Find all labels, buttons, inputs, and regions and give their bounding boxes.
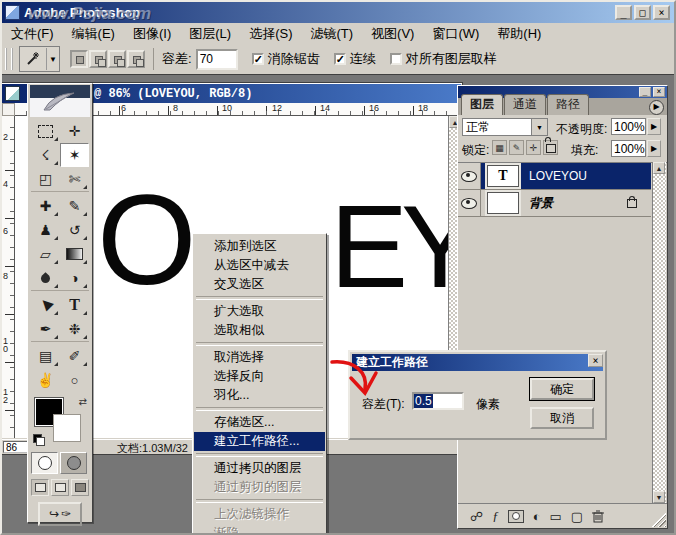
new-layer-icon[interactable]: ▢ bbox=[571, 509, 583, 524]
visibility-cell[interactable] bbox=[458, 190, 481, 216]
eraser-tool[interactable]: ▱ bbox=[31, 242, 60, 266]
current-tool-button[interactable]: ▼ bbox=[19, 46, 60, 72]
contiguous-checkbox[interactable]: ✓ bbox=[334, 53, 346, 65]
brush-tool[interactable]: ✎ bbox=[60, 194, 89, 218]
panel-minimize-icon[interactable]: _ bbox=[639, 87, 651, 97]
panel-scrollbar[interactable]: ▲ ▼ bbox=[652, 162, 666, 503]
scroll-up-icon[interactable]: ▲ bbox=[653, 162, 665, 174]
ok-button[interactable]: 确定 bbox=[530, 378, 594, 400]
blend-mode-select[interactable]: 正常 ▼ bbox=[462, 118, 548, 136]
panel-resize-grip[interactable] bbox=[652, 513, 666, 527]
blend-dropdown-icon[interactable]: ▼ bbox=[531, 119, 547, 135]
layer-thumbnail[interactable] bbox=[487, 192, 519, 214]
healing-brush-tool[interactable]: ✚ bbox=[31, 194, 60, 218]
menu-select[interactable]: 选择(S) bbox=[240, 23, 301, 45]
menu-item-grow[interactable]: 扩大选取 bbox=[194, 302, 325, 321]
lock-transparency-icon[interactable]: ▦ bbox=[492, 140, 507, 155]
fill-field[interactable]: 100% bbox=[611, 140, 646, 157]
layer-row-loveyou[interactable]: T LOVEYOU bbox=[458, 163, 651, 190]
custom-shape-tool[interactable]: ❉ bbox=[60, 317, 89, 341]
menu-layer[interactable]: 图层(L) bbox=[180, 23, 240, 45]
fullscreen-menubar-button[interactable] bbox=[51, 479, 69, 496]
menu-item-intersect-selection[interactable]: 交叉选区 bbox=[194, 275, 325, 294]
cancel-button[interactable]: 取消 bbox=[530, 407, 594, 429]
jump-to-imageready-button[interactable]: ↪ ✑ bbox=[38, 502, 82, 526]
menu-filter[interactable]: 滤镜(T) bbox=[301, 23, 362, 45]
hand-tool[interactable]: ✌ bbox=[31, 368, 60, 392]
layer-style-icon[interactable]: ƒ bbox=[492, 508, 499, 524]
title-bar[interactable]: Adobe Photoshop _ □ × bbox=[2, 2, 674, 23]
visibility-cell[interactable] bbox=[458, 163, 481, 189]
layer-row-background[interactable]: 背景 bbox=[458, 190, 651, 217]
dodge-tool[interactable]: ◑ bbox=[60, 266, 89, 290]
tab-channels[interactable]: 通道 bbox=[504, 94, 546, 115]
history-brush-tool[interactable]: ↺ bbox=[60, 218, 89, 242]
lock-paint-icon[interactable]: ✎ bbox=[509, 140, 524, 155]
type-tool[interactable]: T bbox=[60, 293, 89, 317]
delete-layer-icon[interactable] bbox=[592, 510, 604, 523]
lasso-tool[interactable]: ☇ bbox=[31, 143, 60, 167]
gradient-tool[interactable] bbox=[60, 242, 89, 266]
clone-stamp-tool[interactable]: ♟ bbox=[31, 218, 60, 242]
menu-item-feather[interactable]: 羽化... bbox=[194, 386, 325, 405]
dialog-title-bar[interactable]: 建立工作路径 bbox=[352, 354, 603, 371]
panel-close-icon[interactable]: × bbox=[653, 87, 665, 97]
layer-mask-icon[interactable] bbox=[508, 510, 524, 523]
menu-item-add-to-selection[interactable]: 添加到选区 bbox=[194, 237, 325, 256]
menu-help[interactable]: 帮助(H) bbox=[488, 23, 550, 45]
tolerance-input[interactable] bbox=[196, 49, 238, 70]
dialog-close-icon[interactable]: × bbox=[588, 354, 603, 367]
fullscreen-button[interactable] bbox=[71, 479, 89, 496]
layer-name[interactable]: LOVEYOU bbox=[529, 169, 587, 183]
menu-item-similar[interactable]: 选取相似 bbox=[194, 321, 325, 340]
rectangular-marquee-tool[interactable] bbox=[31, 119, 60, 143]
magic-wand-tool[interactable]: ✶ bbox=[60, 143, 89, 167]
lock-position-icon[interactable]: ✛ bbox=[526, 140, 541, 155]
swap-colors-icon[interactable]: ⇄ bbox=[79, 396, 87, 407]
adjustment-layer-icon[interactable]: ◐ bbox=[533, 509, 541, 524]
menu-item-subtract-from-selection[interactable]: 从选区中减去 bbox=[194, 256, 325, 275]
minimize-button[interactable]: _ bbox=[615, 5, 632, 20]
layer-name[interactable]: 背景 bbox=[529, 195, 553, 212]
all-layers-checkbox[interactable] bbox=[390, 53, 402, 65]
layer-thumbnail[interactable]: T bbox=[487, 165, 519, 187]
lock-all-button[interactable] bbox=[543, 140, 558, 155]
menu-image[interactable]: 图像(I) bbox=[124, 23, 180, 45]
scroll-down-icon[interactable]: ▼ bbox=[653, 491, 665, 503]
quick-mask-mode-button[interactable] bbox=[60, 452, 87, 474]
panel-menu-icon[interactable]: ▶ bbox=[649, 100, 664, 115]
tab-layers[interactable]: 图层 bbox=[461, 94, 503, 115]
blur-tool[interactable] bbox=[31, 266, 60, 290]
menu-edit[interactable]: 编辑(E) bbox=[63, 23, 124, 45]
menu-item-make-work-path[interactable]: 建立工作路径... bbox=[194, 432, 325, 451]
menu-item-select-inverse[interactable]: 选择反向 bbox=[194, 367, 325, 386]
standard-screen-button[interactable] bbox=[31, 479, 49, 496]
options-bar-grip[interactable] bbox=[5, 48, 13, 70]
menu-item-deselect[interactable]: 取消选择 bbox=[194, 348, 325, 367]
pen-tool[interactable]: ✒ bbox=[31, 317, 60, 341]
toolbox-logo[interactable] bbox=[30, 85, 90, 117]
eyedropper-tool[interactable]: ✐ bbox=[60, 344, 89, 368]
background-color-swatch[interactable] bbox=[53, 414, 81, 442]
menu-window[interactable]: 窗口(W) bbox=[423, 23, 488, 45]
tool-preset-dropdown-icon[interactable]: ▼ bbox=[47, 48, 59, 70]
opacity-spinner-icon[interactable]: ▶ bbox=[647, 118, 661, 135]
slice-tool[interactable]: ✄ bbox=[60, 167, 89, 191]
subtract-selection-button[interactable] bbox=[108, 50, 126, 68]
crop-tool[interactable]: ◰ bbox=[31, 167, 60, 191]
anti-alias-checkbox[interactable]: ✓ bbox=[252, 53, 264, 65]
menu-item-save-selection[interactable]: 存储选区... bbox=[194, 413, 325, 432]
link-layers-icon[interactable]: ☍ bbox=[470, 509, 483, 524]
zoom-tool[interactable]: ○ bbox=[60, 368, 89, 392]
intersect-selection-button[interactable] bbox=[127, 50, 145, 68]
move-tool[interactable]: ✛ bbox=[60, 119, 89, 143]
close-button[interactable]: × bbox=[653, 5, 670, 20]
new-group-icon[interactable]: ▭ bbox=[550, 509, 562, 524]
fill-spinner-icon[interactable]: ▶ bbox=[647, 140, 661, 157]
tab-paths[interactable]: 路径 bbox=[547, 94, 589, 115]
menu-item-layer-via-copy[interactable]: 通过拷贝的图层 bbox=[194, 459, 325, 478]
default-colors-icon[interactable] bbox=[33, 434, 45, 446]
maximize-button[interactable]: □ bbox=[634, 5, 651, 20]
new-selection-button[interactable] bbox=[70, 50, 88, 68]
menu-view[interactable]: 视图(V) bbox=[362, 23, 423, 45]
